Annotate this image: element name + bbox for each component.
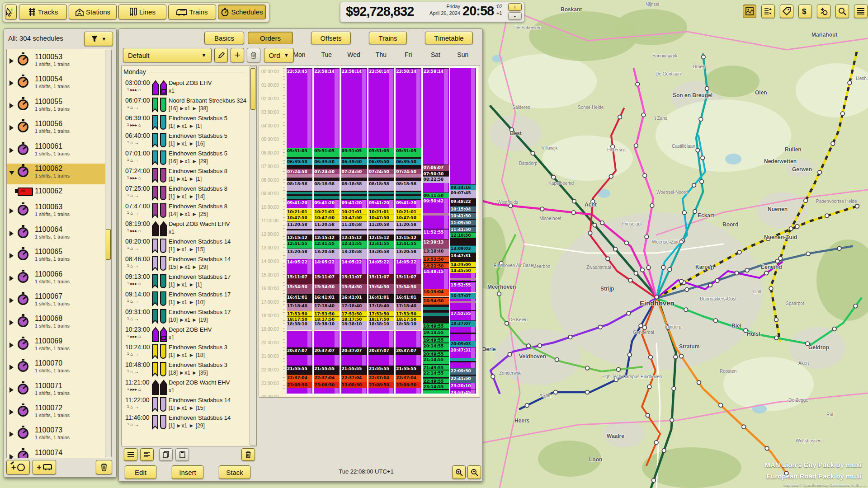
timetable-order-block[interactable] [450,303,476,310]
timetable-order-block[interactable]: 16:41:01 [396,294,421,303]
timetable-order-block[interactable]: 08:18:58 [341,181,367,190]
timetable-order-block[interactable]: 14:22:50 [423,263,449,268]
timetable-order-block[interactable]: 15:54:50 [341,284,367,294]
toolbar-button-select-tool[interactable]: i [5,5,17,19]
grid-day-column-tue[interactable]: 23:58:1405:51:0506:39:5007:24:5008:18:58… [314,68,340,394]
timetable-order-block[interactable]: 23:58:14 [368,68,394,148]
timetable-order-block[interactable]: 18:37:07 [450,320,476,327]
schedule-list-item[interactable]: 11000731 shifts, 1 trains [7,425,112,446]
timetable-order-block[interactable]: 10:47:50 [368,215,394,221]
timetable-order-block[interactable]: 12:15:12 [396,235,421,241]
timetable-order-block[interactable]: 16:41:01 [368,294,394,303]
timetable-order-block[interactable]: 05:51:05 [314,148,340,157]
timetable-order-block[interactable]: 16:37:07 [450,293,476,299]
timetable-order-block[interactable]: 14:05:22 [287,259,312,274]
timetable-order-block[interactable]: 10:15:04 [450,206,476,212]
timetable-order-block[interactable]: 20:47:31 [450,347,476,358]
timetable-order-block[interactable]: 10:21:01 [396,209,421,215]
schedule-list-item[interactable]: 11000531 shifts, 1 trains [7,52,112,73]
timetable-order-block[interactable] [368,178,394,181]
timetable-order-block[interactable]: 17:18:40 [341,303,367,311]
timetable-order-block[interactable]: 10:47:50 [287,215,312,221]
order-list-paste-button[interactable] [175,448,189,461]
timetable-order-block[interactable]: 17:53:50 [287,311,312,316]
timetable-order-block[interactable]: 11:20:58 [368,221,394,229]
grid-day-column-thu[interactable]: 23:58:1405:51:0506:39:5007:24:5008:18:58… [368,68,394,394]
timetable-order-block[interactable]: 07:24:50 [396,169,421,174]
timetable-order-block[interactable]: 08:18:58 [368,181,394,190]
schedule-list-item[interactable]: 11000561 shifts, 1 trains [7,119,112,140]
timetable-order-block[interactable]: 11:09:50 [450,220,476,225]
timetable-order-block[interactable]: 05:51:05 [396,148,421,157]
timetable-order-block[interactable]: 12:39:13 [423,239,449,248]
timetable-order-block[interactable]: 23:53:45 [450,389,476,394]
timetable-order-block[interactable]: 07:24:50 [341,169,367,174]
timetable-order-block[interactable]: 13:53:50 [423,256,449,262]
timetable-order-block[interactable]: 21:55:55 [341,366,367,375]
order-row[interactable]: 08:20:001 ⌂ →Eindhoven Stadsbus 14[1] ►x… [123,238,251,255]
map-tool-search-button[interactable] [835,5,849,18]
map-tool-menu-button[interactable] [854,5,868,18]
order-list-scrollbar[interactable] [250,66,256,446]
timetable-order-block[interactable]: 09:41:20 [368,200,394,209]
map-tool-workshop-button[interactable] [817,5,830,18]
timetable-order-block[interactable]: 14:48:15 [423,268,449,289]
expand-triangle-icon[interactable] [9,343,14,348]
grid-day-column-mon[interactable]: 23:53:4505:51:0506:39:5007:24:5008:18:58… [287,68,312,394]
timetable-order-block[interactable]: 21:55:55 [396,366,421,375]
timetable-order-block[interactable]: 22:14:55 [423,370,449,377]
timetable-order-block[interactable]: 09:41:20 [396,200,421,209]
expand-triangle-icon[interactable] [9,409,14,415]
timetable-order-block[interactable]: 15:54:50 [368,284,394,294]
timetable-order-block[interactable]: 11:20:58 [341,221,367,229]
expand-triangle-icon[interactable] [9,125,14,131]
expand-triangle-icon[interactable] [9,58,14,64]
timetable-order-block[interactable]: 16:41:01 [287,294,312,303]
timetable-order-block[interactable] [450,334,476,341]
tab-trains[interactable]: Trains [369,32,407,44]
timetable-order-block[interactable]: 21:14:55 [423,357,449,364]
timetable-order-block[interactable]: 15:54:50 [396,284,421,294]
timetable-order-block[interactable] [341,165,367,169]
grid-day-column-sat[interactable]: 23:58:1407:06:0707:50:3008:22:5809:11:50… [423,68,449,394]
timetable-order-block[interactable] [341,355,367,366]
timetable-order-block[interactable]: 18:38:10 [396,321,421,331]
timetable-order-block[interactable]: 20:49:55 [423,351,449,356]
timetable-order-block[interactable]: 22:41:50 [450,375,476,383]
timetable-order-block[interactable]: 11:20:58 [287,221,312,229]
timetable-order-block[interactable]: 10:21:01 [314,209,340,215]
timetable-order-block[interactable]: 13:09:03 [450,245,476,253]
timetable-order-block[interactable]: 05:51:05 [287,148,312,157]
order-row[interactable]: 09:31:001 ⌂ →Eindhoven Stadsbus 17[10] ►… [123,308,251,326]
timetable-order-block[interactable]: 15:11:07 [341,274,367,284]
timetable-order-block[interactable]: 12:10:50 [450,232,476,238]
expand-triangle-icon[interactable] [9,276,14,281]
timetable-order-block[interactable]: 19:49:55 [423,337,449,343]
timetable-order-block[interactable]: 20:37:07 [314,347,340,355]
timetable-order-block[interactable]: 18:38:10 [314,321,340,331]
timetable-order-block[interactable]: 15:54:50 [314,284,340,294]
timetable-order-block[interactable]: 15:11:07 [314,274,340,284]
timetable-order-block[interactable]: 19:14:55 [423,329,449,337]
timetable-order-block[interactable]: 23:08:50 [314,382,340,388]
timetable-order-block[interactable]: 12:41:55 [396,240,421,249]
timetable-order-block[interactable]: 11:20:58 [314,221,340,229]
timetable-order-block[interactable]: 18:38:10 [287,321,312,331]
timetable-order-block[interactable]: 12:41:55 [368,240,394,249]
expand-triangle-icon[interactable] [9,208,14,214]
timetable-order-block[interactable]: 18:17:50 [341,316,367,321]
schedule-shift-item[interactable]: 1100062 [7,186,112,199]
expand-triangle-icon[interactable] [9,80,14,86]
schedule-list-item[interactable]: 11000541 shifts, 1 trains [7,74,112,95]
timetable-order-block[interactable] [368,355,394,366]
map-tool-tags-button[interactable] [780,5,793,18]
preset-dropdown[interactable]: Default ▼ [123,48,212,62]
timetable-order-block[interactable]: 12:15:12 [341,235,367,241]
order-row[interactable]: 08:46:001 ⌂ →Eindhoven Stadsbus 14[15] ►… [123,255,251,273]
grid-zoom-out-button[interactable] [467,465,481,479]
timetable-order-block[interactable] [450,238,476,245]
timetable-order-block[interactable] [287,174,312,178]
timetable-order-block[interactable] [396,178,421,181]
timetable-order-block[interactable] [287,178,312,181]
grid-zoom-in-button[interactable] [452,465,466,479]
